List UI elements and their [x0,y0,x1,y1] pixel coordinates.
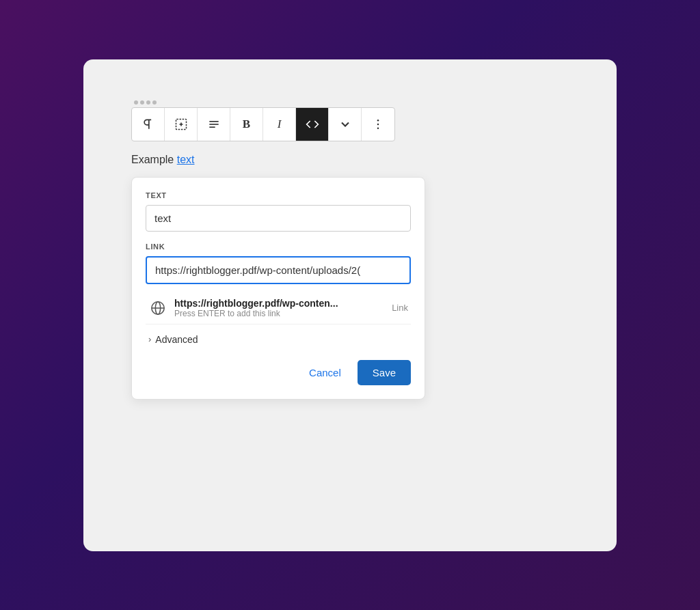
more-options-btn[interactable] [362,108,394,141]
content-area: B I [131,100,569,400]
action-row: Cancel Save [146,360,411,385]
editor-content: Example text [131,154,569,166]
block-drag-handle [131,100,569,105]
advanced-toggle[interactable]: › Advanced [146,330,411,349]
suggestion-type-label: Link [392,303,408,313]
svg-point-6 [377,127,379,129]
code-btn[interactable] [296,108,329,141]
text-input[interactable] [146,205,411,232]
italic-btn[interactable]: I [263,108,296,141]
link-text[interactable]: text [177,154,195,165]
paragraph-btn[interactable] [132,108,165,141]
link-popup: TEXT LINK https://rightblogger.pdf/wp-co… [131,177,425,400]
text-field-label: TEXT [146,191,411,199]
chevron-right-icon: › [148,334,151,344]
link-field-label: LINK [146,242,411,251]
editor-toolbar: B I [131,107,395,141]
svg-point-5 [377,123,379,125]
main-card: B I [83,59,617,551]
chevron-down-btn[interactable] [329,108,362,141]
align-btn[interactable] [198,108,230,141]
svg-point-4 [377,119,379,121]
suggestion-text: https://rightblogger.pdf/wp-conten... Pr… [174,298,386,318]
link-input[interactable] [146,256,411,284]
bold-btn[interactable]: B [230,108,263,141]
globe-icon [148,299,167,318]
advanced-label: Advanced [155,334,198,345]
suggestion-row[interactable]: https://rightblogger.pdf/wp-conten... Pr… [146,292,411,324]
save-button[interactable]: Save [358,360,411,385]
select-btn[interactable] [165,108,198,141]
cancel-button[interactable]: Cancel [301,361,349,384]
